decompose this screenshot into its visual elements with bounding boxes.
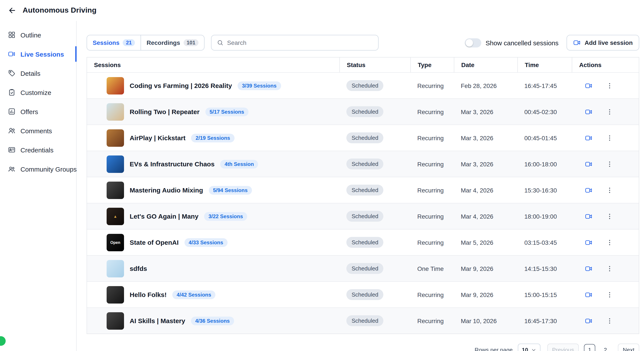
previous-page-button[interactable]: Previous [547, 343, 579, 351]
start-session-video-icon[interactable] [585, 160, 593, 168]
row-menu-kebab-icon[interactable] [606, 291, 614, 298]
sidebar-item-comments[interactable]: Comments [0, 121, 76, 140]
sidebar-item-details[interactable]: Details [0, 64, 76, 83]
session-type: Recurring [410, 125, 454, 151]
toolbar: Sessions21Recordings101 Show cancelled s… [86, 35, 639, 51]
row-menu-kebab-icon[interactable] [606, 238, 614, 246]
sidebar-item-credentials[interactable]: Credentials [0, 140, 76, 159]
session-count-badge: 5/17 Sessions [205, 107, 248, 116]
row-menu-kebab-icon[interactable] [606, 160, 614, 168]
start-session-video-icon[interactable] [585, 82, 593, 90]
add-live-session-button[interactable]: Add live session [566, 35, 639, 51]
table-row[interactable]: AirPlay | Kickstart 2/19 Sessions Schedu… [87, 125, 639, 151]
start-session-video-icon[interactable] [585, 186, 593, 194]
session-cell: Open State of OpenAI 4/33 Sessions [87, 229, 340, 255]
status-badge: Scheduled [346, 185, 384, 196]
page-button-1[interactable]: 1 [584, 344, 596, 351]
rows-per-page-select[interactable]: 10 [518, 343, 540, 351]
table-row[interactable]: Mastering Audio Mixing 5/94 Sessions Sch… [87, 177, 639, 203]
sidebar-item-outline[interactable]: Outline [0, 25, 76, 45]
sidebar-item-offers[interactable]: Offers [0, 102, 76, 121]
session-cell: AI Skills | Mastery 4/36 Sessions [87, 308, 340, 333]
session-date: Mar 4, 2026 [454, 177, 518, 203]
start-session-video-icon[interactable] [585, 291, 593, 298]
session-date: Feb 28, 2026 [454, 73, 518, 98]
table-row[interactable]: Hello Folks! 4/42 Sessions Scheduled Rec… [87, 281, 639, 307]
session-date: Mar 3, 2026 [454, 125, 518, 151]
session-type: Recurring [410, 151, 454, 177]
tag-icon [8, 69, 16, 77]
sidebar-item-label: Outline [20, 31, 41, 39]
start-session-video-icon[interactable] [585, 238, 593, 246]
start-session-video-icon[interactable] [585, 212, 593, 220]
table-row[interactable]: Open State of OpenAI 4/33 Sessions Sched… [87, 229, 639, 255]
session-time: 16:00-18:00 [518, 151, 572, 177]
row-menu-kebab-icon[interactable] [606, 134, 614, 142]
page-header: Autonomous Driving [0, 0, 644, 21]
row-menu-kebab-icon[interactable] [606, 82, 614, 90]
session-title: AirPlay | Kickstart [130, 134, 186, 142]
sidebar-item-community-groups[interactable]: Community Groups [0, 159, 76, 179]
row-menu-kebab-icon[interactable] [606, 108, 614, 116]
page-button-2[interactable]: 2 [600, 344, 611, 351]
session-date: Mar 9, 2026 [454, 282, 518, 307]
session-count-badge: 4/42 Sessions [172, 290, 216, 299]
session-title: State of OpenAI [130, 239, 178, 246]
status-badge: Scheduled [346, 159, 384, 169]
table-row[interactable]: Coding vs Farming | 2026 Reality 3/39 Se… [87, 72, 639, 98]
layout: Outline Live Sessions Details Customize … [0, 21, 644, 351]
start-session-video-icon[interactable] [585, 108, 593, 116]
table-row[interactable]: AI Skills | Mastery 4/36 Sessions Schedu… [87, 307, 639, 333]
start-session-video-icon[interactable] [585, 264, 593, 272]
add-live-session-label: Add live session [584, 39, 633, 46]
table-row[interactable]: ▲ Let's GO Again | Many 3/22 Sessions Sc… [87, 203, 639, 229]
tab-recordings[interactable]: Recordings101 [140, 35, 204, 50]
sidebar-item-label: Details [20, 70, 40, 77]
column-header-type: Type [410, 58, 454, 72]
sessions-table: SessionsStatusTypeDateTimeActions Coding… [86, 57, 639, 334]
people-group-icon [8, 165, 16, 173]
actions-cell [572, 125, 639, 151]
row-menu-kebab-icon[interactable] [606, 264, 614, 272]
row-menu-kebab-icon[interactable] [606, 212, 614, 220]
sidebar-nav: Outline Live Sessions Details Customize … [0, 21, 76, 351]
session-time: 03:15-03:45 [518, 229, 572, 255]
status-badge: Scheduled [346, 106, 384, 117]
tab-label: Sessions [93, 39, 120, 46]
tab-sessions[interactable]: Sessions21 [87, 35, 140, 50]
session-cell: Rolling Two | Repeater 5/17 Sessions [87, 99, 340, 125]
actions-cell [572, 73, 639, 98]
session-type: One Time [410, 256, 454, 281]
sidebar-item-live-sessions[interactable]: Live Sessions [0, 45, 76, 64]
start-session-video-icon[interactable] [585, 317, 593, 325]
sidebar-item-customize[interactable]: Customize [0, 83, 76, 102]
search-box[interactable] [211, 35, 378, 51]
show-cancelled-toggle[interactable] [465, 38, 481, 47]
table-row[interactable]: sdfds Scheduled One Time Mar 9, 2026 14:… [87, 255, 639, 281]
session-time: 00:45-01:45 [518, 125, 572, 151]
status-cell: Scheduled [340, 203, 410, 229]
row-menu-kebab-icon[interactable] [606, 317, 614, 325]
table-row[interactable]: Rolling Two | Repeater 5/17 Sessions Sch… [87, 98, 639, 125]
status-badge: Scheduled [346, 80, 384, 91]
sidebar-item-label: Credentials [20, 146, 54, 154]
start-session-video-icon[interactable] [585, 134, 593, 142]
session-cell: AirPlay | Kickstart 2/19 Sessions [87, 125, 340, 151]
tab-group: Sessions21Recordings101 [86, 35, 204, 51]
table-row[interactable]: EVs & Infrastructure Chaos 4th Session S… [87, 151, 639, 177]
session-date: Mar 5, 2026 [454, 229, 518, 255]
search-input[interactable] [227, 39, 373, 46]
back-arrow-icon[interactable] [8, 6, 16, 15]
session-cell: sdfds [87, 256, 340, 281]
status-badge: Scheduled [346, 315, 384, 326]
next-page-button[interactable]: Next [618, 343, 639, 351]
session-cell: Coding vs Farming | 2026 Reality 3/39 Se… [87, 73, 340, 98]
row-menu-kebab-icon[interactable] [606, 186, 614, 194]
column-header-actions: Actions [572, 58, 639, 72]
table-body: Coding vs Farming | 2026 Reality 3/39 Se… [87, 72, 639, 333]
sidebar-item-label: Community Groups [20, 165, 76, 173]
id-card-icon [8, 146, 16, 154]
sidebar-item-label: Live Sessions [20, 50, 64, 58]
status-cell: Scheduled [340, 73, 410, 98]
status-cell: Scheduled [340, 256, 410, 281]
